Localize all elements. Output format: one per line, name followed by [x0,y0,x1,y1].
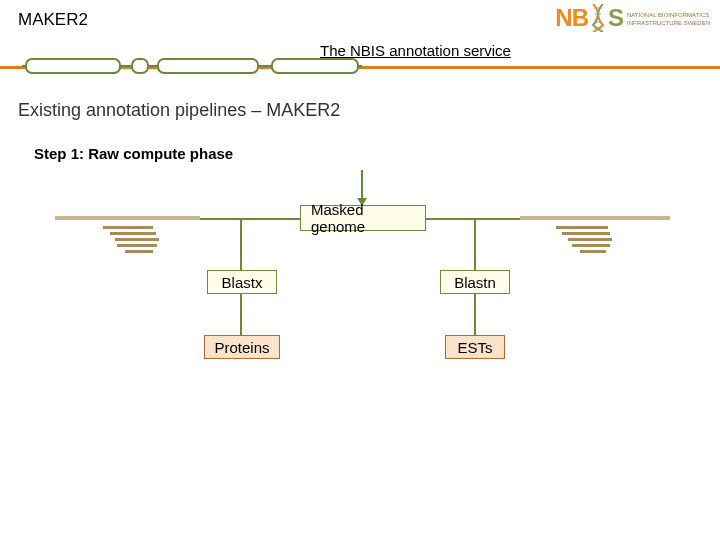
edge-left-down1 [240,218,242,270]
logo-sub-line1: NATIONAL BIOINFORMATICS [627,12,710,18]
logo-sub-line2: INFRASTRUCTURE SWEDEN [627,20,710,26]
svg-rect-6 [132,59,148,73]
proteins-node: Proteins [204,335,280,359]
section-heading: Existing annotation pipelines – MAKER2 [18,100,340,121]
alignment-glyph-right [520,214,670,264]
svg-rect-8 [272,59,358,73]
svg-rect-5 [26,59,120,73]
edge-right-down1 [474,218,476,270]
blastx-node: Blastx [207,270,277,294]
logo-prefix: NB [555,4,588,32]
alignment-glyph-left [55,214,200,264]
svg-rect-7 [158,59,258,73]
edge-masked-left [240,218,300,220]
masked-genome-node: Masked genome [300,205,426,231]
ests-node: ESTs [445,335,505,359]
logo-subtext: NATIONAL BIOINFORMATICS INFRASTRUCTURE S… [627,10,710,26]
edge-masked-right [426,218,476,220]
edge-right-down2 [474,294,476,335]
slide-title: MAKER2 [18,10,88,30]
blastn-node: Blastn [440,270,510,294]
arrow-into-masked [361,170,363,205]
logo-suffix: S [608,4,624,32]
dna-helix-icon [591,4,605,32]
flow-diagram: Masked genome Blastx Blastn Proteins EST… [0,150,720,450]
edge-left-down2 [240,294,242,335]
brand-logo: NB S NATIONAL BIOINFORMATICS INFRASTRUCT… [555,4,710,32]
gene-model-icon [22,57,362,75]
